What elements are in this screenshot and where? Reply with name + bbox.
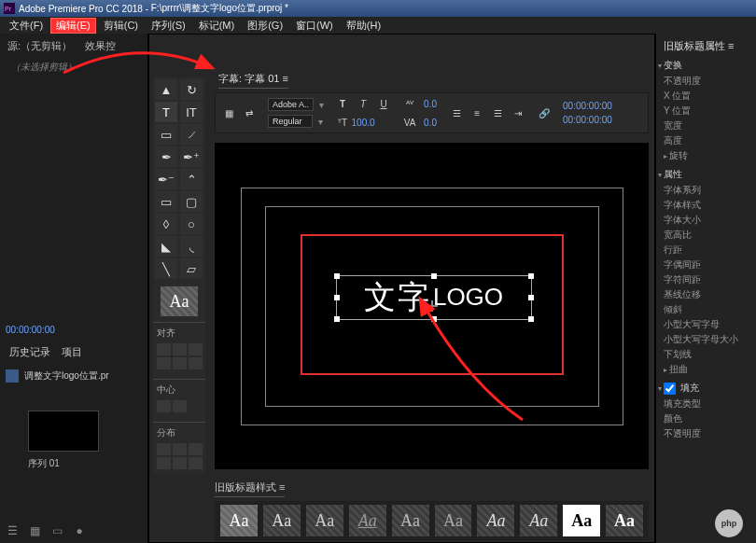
prop-font-style[interactable]: 字体样式 [664,198,749,213]
wedge-tool[interactable]: ◣ [155,236,177,257]
titler-tab[interactable]: 字幕: 字幕 01 ≡ [218,72,288,89]
sequence-thumbnail[interactable] [28,411,99,452]
prop-smallcaps[interactable]: 小型大写字母 [664,317,749,332]
show-video-icon[interactable]: 🔗 [537,105,552,120]
rounded-corner-tool[interactable]: ▱ [180,258,203,279]
rounded-rect-tool[interactable]: ▢ [180,191,203,212]
convert-anchor-tool[interactable]: ⌃ [180,169,203,189]
handle-mr[interactable] [528,295,534,300]
tab-source[interactable]: 源:（无剪辑） [7,39,72,53]
timecode[interactable]: 00:00:00:00 [6,325,55,335]
tab-stops-icon[interactable]: ⇥ [511,105,525,120]
selection-tool[interactable]: ▲ [155,79,177,100]
prop-tracking[interactable]: 字符间距 [664,272,749,287]
text-bounding-box[interactable]: 文字 LOGO [336,275,532,320]
prop-ypos[interactable]: Y 位置 [664,104,749,118]
align-left[interactable] [157,343,171,355]
handle-br[interactable] [528,316,534,322]
bold-icon[interactable]: T [335,96,350,111]
styles-label[interactable]: 旧版标题样式 ≡ [215,480,285,497]
font-size-value[interactable]: 100.0 [356,115,371,130]
handle-bm[interactable] [431,316,437,322]
center-v[interactable] [173,400,187,412]
path-type-tool[interactable]: ⟋ [180,124,203,145]
style-swatch-10[interactable]: Aa [606,505,643,536]
tab-history[interactable]: 历史记录 [9,345,50,359]
prop-smallcaps-size[interactable]: 小型大写字母大小 [664,332,749,347]
handle-bl[interactable] [334,316,340,322]
menu-help[interactable]: 帮助(H) [341,18,386,34]
menu-edit[interactable]: 编辑(E) [50,18,96,34]
prop-font-size[interactable]: 字体大小 [664,213,749,228]
prop-slant[interactable]: 倾斜 [664,302,749,317]
zoom-slider-icon[interactable]: ● [73,524,86,537]
style-swatch-2[interactable]: Aa [263,505,301,536]
section-fill[interactable]: 填充 [658,382,749,395]
menu-file[interactable]: 文件(F) [4,18,49,34]
delete-anchor-tool[interactable]: ✒⁻ [155,169,177,189]
prop-font-family[interactable]: 字体系列 [664,183,749,198]
prop-rotation[interactable]: 旋转 [664,148,749,164]
rectangle-tool[interactable]: ▭ [155,191,177,212]
align-center-icon[interactable]: ≡ [469,105,484,120]
prop-opacity[interactable]: 不透明度 [664,74,749,89]
current-style-swatch[interactable]: Aa [161,286,198,316]
style-swatch-7[interactable]: Aa [477,505,514,536]
prop-distort[interactable]: 扭曲 [664,362,749,378]
leading-value[interactable]: 0.0 [423,115,438,130]
arc-tool[interactable]: ◟ [180,236,203,257]
prop-color[interactable]: 颜色 [664,411,749,426]
prop-height[interactable]: 高度 [664,133,749,148]
area-type-tool[interactable]: ▭ [155,124,177,145]
style-swatch-3[interactable]: Aa [306,505,343,536]
tc1[interactable]: 00:00:00:00 [563,101,612,111]
tc2[interactable]: 00:00:00:00 [563,115,612,125]
align-left-icon[interactable]: ☰ [449,105,464,120]
menu-marker[interactable]: 标记(M) [193,18,241,34]
vertical-type-tool[interactable]: IT [180,102,203,122]
tab-project[interactable]: 项目 [62,345,82,359]
menu-clip[interactable]: 剪辑(C) [98,18,144,34]
canvas-area[interactable]: 文字 LOGO [215,143,649,469]
menu-sequence[interactable]: 序列(S) [146,18,191,34]
line-tool[interactable]: ╲ [155,258,177,279]
align-bottom[interactable] [189,357,203,369]
align-vcenter[interactable] [173,357,187,369]
prop-fill-opacity[interactable]: 不透明度 [664,426,749,441]
rotate-tool[interactable]: ↻ [180,79,203,100]
dist-4[interactable] [157,457,171,469]
style-swatch-9[interactable]: Aa [563,505,600,536]
handle-tm[interactable] [431,273,437,279]
style-swatch-1[interactable]: Aa [220,505,258,536]
handle-tr[interactable] [528,273,534,279]
icon-view-icon[interactable]: ▦ [28,524,41,537]
prop-leading[interactable]: 行距 [664,243,749,258]
tab-effect-controls[interactable]: 效果控 [85,39,116,53]
kerning-value[interactable]: 0.0 [423,96,438,111]
style-swatch-5[interactable]: Aa [392,505,429,536]
style-swatch-6[interactable]: Aa [435,505,472,536]
handle-tl[interactable] [334,273,340,279]
align-right[interactable] [189,343,203,355]
align-right-icon[interactable]: ☰ [490,105,505,120]
prop-baseline[interactable]: 基线位移 [664,287,749,302]
title-canvas[interactable]: 文字 LOGO [231,178,633,435]
prop-underline[interactable]: 下划线 [664,347,749,362]
pen-tool[interactable]: ✒ [155,146,177,167]
section-properties[interactable]: 属性 [658,168,749,181]
project-item[interactable]: 调整文字logo位置.pr [0,369,147,383]
dist-5[interactable] [173,457,187,469]
style-swatch-4[interactable]: Aa [349,505,386,536]
prop-width[interactable]: 宽度 [664,118,749,133]
prop-xpos[interactable]: X 位置 [664,89,749,104]
section-transform[interactable]: 变换 [658,59,749,72]
templates-icon[interactable]: ▦ [221,105,236,120]
menu-window[interactable]: 窗口(W) [290,18,339,34]
underline-icon[interactable]: U [376,96,391,111]
fill-checkbox[interactable] [664,383,676,395]
freeform-view-icon[interactable]: ▭ [50,524,63,537]
clipped-rect-tool[interactable]: ◊ [155,214,177,234]
prop-fill-type[interactable]: 填充类型 [664,397,749,411]
font-family-field[interactable]: Adobe A.. [268,98,314,111]
center-h[interactable] [157,400,171,412]
